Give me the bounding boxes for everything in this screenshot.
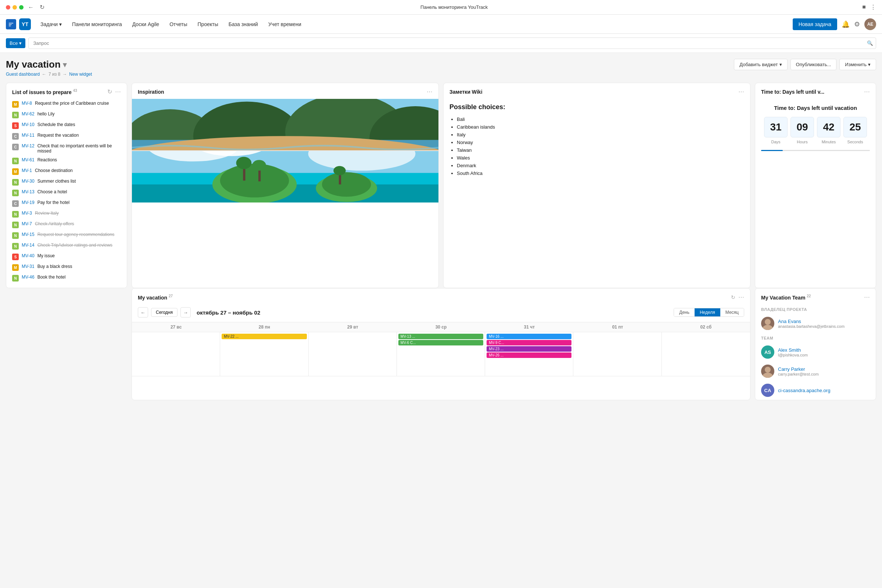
team-member-carryparker[interactable]: Carry Parker carry.parker@test.com [755,362,876,381]
issues-refresh-button[interactable]: ↻ [107,88,112,95]
search-all-button[interactable]: Все ▾ [6,38,26,48]
cal-day-thu[interactable]: MV-16 ... MV-9 C... MV-23 ... MV-26 ... [485,332,573,376]
issue-id: MV-3 [22,211,32,216]
svg-rect-2 [9,23,13,24]
issues-widget-title: List of issues to prepare 43 [12,88,77,95]
team-member-alexsmith[interactable]: AS Alex Smith l@pishkova.com [755,342,876,362]
team-widget: My Vacation Team 22 ⋯ ВЛАДЕЛЕЦ ПРОЕКТА A… [755,288,876,400]
list-item[interactable]: C MV-11 Request the vacation [12,131,121,141]
list-item: Denmark [457,162,744,170]
issues-widget-header: List of issues to prepare 43 ↻ ⋯ [6,83,127,99]
nav-knowledge[interactable]: База знаний [224,15,263,34]
cal-event-mv9[interactable]: MV-9 C... [487,340,572,345]
nav-tasks[interactable]: Задачи ▾ [35,15,67,34]
bottom-grid: My vacation 27 ↻ ⋯ ← Сегодня → октябрь 2… [0,288,882,406]
traffic-light-green[interactable] [19,5,24,9]
list-item[interactable]: N MV-14 Check TripAdvisor ratings and re… [12,241,121,251]
cal-event-mv22[interactable]: MV-22 ... [222,334,306,339]
calendar-today-button[interactable]: Сегодня [151,308,177,317]
team-menu-button[interactable]: ⋯ [864,294,870,301]
issue-id: MV-12 [22,143,34,148]
dashboard-header: My vacation ▾ Guest dashboard ← 7 из 8 →… [0,53,882,80]
countdown-days: 31 Days [764,117,788,144]
nav-reports[interactable]: Отчеты [164,15,192,34]
app-logo[interactable]: YT [6,18,31,30]
countdown-menu-button[interactable]: ⋯ [864,88,870,95]
countdown-widget: Time to: Days left until v... ⋯ Time to:… [755,82,876,288]
calendar-prev-button[interactable]: ← [138,307,148,318]
nav-agile[interactable]: Доски Agile [127,15,164,34]
issues-menu-button[interactable]: ⋯ [115,88,121,95]
list-item[interactable]: M MV-1 Choose destination [12,166,121,177]
extensions-icon[interactable]: ■ [862,4,866,10]
traffic-light-red[interactable] [6,5,10,9]
list-item[interactable]: N MV-3 Review Italy [12,209,121,219]
cal-event-mv6[interactable]: MV-6 C... [398,340,483,345]
cal-day-fri[interactable] [573,332,662,376]
inspiration-menu-button[interactable]: ⋯ [427,88,432,95]
issue-title: Request the vacation [38,133,79,138]
nav-time[interactable]: Учет времени [263,15,306,34]
new-task-button[interactable]: Новая задача [793,18,837,30]
cal-event-mv23[interactable]: MV-23 ... [487,346,572,352]
search-input[interactable] [28,38,876,49]
cal-event-mv13[interactable]: MV-13 ... [398,334,483,339]
issue-title: Check AirItaly offers [35,221,74,226]
list-item[interactable]: S MV-40 My issue [12,251,121,262]
list-item[interactable]: C MV-12 Check that no important events w… [12,141,121,156]
cal-day-sun[interactable] [132,332,220,376]
calendar-view-day[interactable]: День [674,308,694,316]
refresh-button[interactable]: ↻ [38,3,46,11]
user-avatar[interactable]: AE [864,18,876,30]
calendar-view-week[interactable]: Неделя [694,308,720,316]
cal-event-mv16[interactable]: MV-16 ... [487,334,572,339]
list-item[interactable]: N MV-61 Reactions [12,156,121,166]
list-item[interactable]: N MV-15 Request tour agency recommendati… [12,230,121,241]
alexsmith-name: Alex Smith [778,347,808,353]
wiki-content: Possible choices: BaliCaribbean islandsI… [444,99,750,183]
settings-icon[interactable]: ⚙ [854,20,860,28]
issue-title: Check TripAdvisor ratings and reviews [38,243,112,248]
cal-header-tue: 29 вт [309,322,397,332]
back-button[interactable]: ← [27,3,35,11]
issue-badge: N [12,179,19,186]
list-item[interactable]: C MV-19 Pay for the hotel [12,198,121,209]
list-item[interactable]: N MV-46 Book the hotel [12,273,121,284]
carryparker-name: Carry Parker [778,366,819,372]
traffic-light-yellow[interactable] [12,5,17,9]
issue-title: Book the hotel [38,274,66,280]
nav-dashboards[interactable]: Панели мониторинга [67,15,127,34]
team-owner[interactable]: Ana Evans anastasia.bartasheva@jetbrains… [755,314,876,333]
calendar-next-button[interactable]: → [180,307,191,318]
list-item[interactable]: N MV-30 Summer clothes list [12,177,121,188]
add-widget-button[interactable]: Добавить виджет ▾ [734,59,787,70]
cal-day-tue[interactable] [309,332,397,376]
nav-projects[interactable]: Проекты [193,15,224,34]
list-item[interactable]: N MV-13 Choose a hotel [12,188,121,198]
cal-day-wed[interactable]: MV-13 ... MV-6 C... [397,332,485,376]
publish-button[interactable]: Опубликовать... [790,59,837,70]
search-submit-button[interactable]: 🔍 [867,40,873,46]
issue-badge: N [12,275,19,282]
cal-event-mv26[interactable]: MV-26 ... [487,352,572,358]
change-button[interactable]: Изменить ▾ [839,59,876,70]
calendar-grid: 27 вс 28 пн 29 вт 30 ср 31 чт 01 пт 02 с… [132,322,750,376]
calendar-refresh-button[interactable]: ↻ [731,294,735,300]
menu-icon[interactable]: ⋮ [870,4,876,10]
calendar-menu-button[interactable]: ⋯ [738,294,744,301]
list-item[interactable]: N MV-62 hello Lily [12,110,121,120]
cal-day-sat[interactable] [662,332,750,376]
list-item[interactable]: S MV-10 Schedule the dates [12,120,121,131]
owner-email: anastasia.bartasheva@jetbrains.com [778,324,844,328]
list-item[interactable]: M MV-8 Request the price of Caribbean cr… [12,99,121,110]
list-item[interactable]: N MV-7 Check AirItaly offers [12,219,121,230]
cal-day-mon[interactable]: MV-22 ... [220,332,308,376]
owner-avatar [761,317,774,330]
calendar-view-month[interactable]: Месяц [720,308,744,316]
wiki-menu-button[interactable]: ⋯ [738,88,744,95]
bell-icon[interactable]: 🔔 [842,20,850,28]
team-member-cassandra[interactable]: CA ci-cassandra.apache.org [755,381,876,400]
list-item[interactable]: M MV-31 Buy a black dress [12,262,121,273]
issue-id: MV-31 [22,264,34,269]
calendar-actions: ↻ ⋯ [731,294,744,301]
